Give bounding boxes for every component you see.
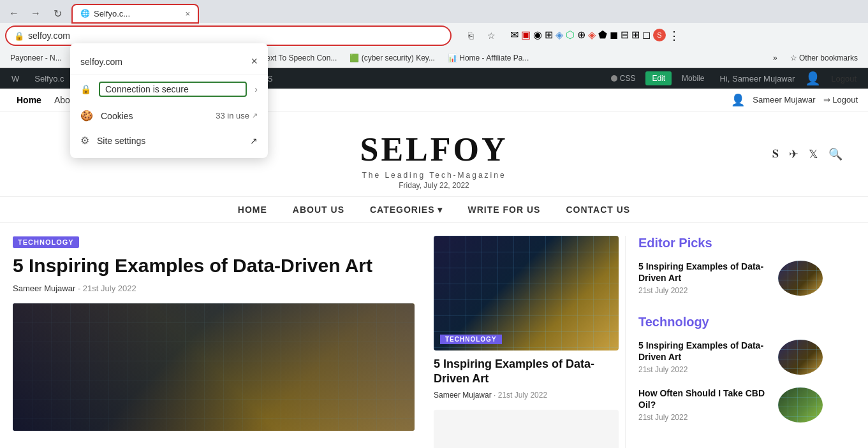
forward-button[interactable]: → — [27, 4, 45, 22]
wp-logout-link[interactable]: Logout — [826, 71, 862, 86]
sidebar-tech-thumb-2 — [778, 387, 823, 423]
sidebar-tech-item-1[interactable]: 5 Inspiring Examples of Data-Driven Art … — [638, 340, 823, 375]
sidebar-technology: Technology 5 Inspiring Examples of Data-… — [638, 315, 823, 423]
css-dot-icon — [611, 75, 617, 82]
article-image[interactable] — [13, 303, 415, 431]
back-button[interactable]: ← — [5, 4, 23, 22]
sidebar: Editor Picks 5 Inspiring Examples of Dat… — [625, 236, 823, 448]
website-content: SELFOY The Leading Tech-Magazine Friday,… — [0, 112, 868, 448]
twitter-icon[interactable]: 𝕏 — [809, 147, 818, 161]
thumb-tech-img-1 — [778, 340, 823, 375]
nav-home[interactable]: HOME — [238, 205, 267, 215]
search-icon[interactable]: 🔍 — [828, 147, 842, 161]
user-avatar-icon: 👤 — [731, 93, 745, 107]
sidebar-tech-item-2[interactable]: How Often Should I Take CBD Oil? 21st Ju… — [638, 387, 823, 423]
main-article: TECHNOLOGY 5 Inspiring Examples of Data-… — [13, 236, 427, 448]
sidebar-tech-text-1: 5 Inspiring Examples of Data-Driven Art … — [638, 340, 770, 374]
featured-image[interactable]: TECHNOLOGY — [434, 236, 619, 350]
bookmark-star-button[interactable]: ☆ — [482, 27, 500, 45]
popup-site-settings-item[interactable]: ⚙ Site settings ↗ — [70, 128, 268, 153]
sidebar-tech-date-1: 21st July 2022 — [638, 365, 770, 374]
secure-lock-icon: 🔒 — [80, 84, 91, 94]
refresh-button[interactable]: ↻ — [48, 4, 66, 22]
ext-icon-5[interactable]: ◈ — [555, 29, 563, 43]
ext-icon-11[interactable]: ⊟ — [621, 29, 629, 43]
share-button[interactable]: ⎗ — [462, 27, 480, 45]
ext-icon-6[interactable]: ⬡ — [566, 29, 575, 43]
nav-write-for-us[interactable]: WRITE FOR US — [468, 205, 541, 215]
article-author: Sameer Mujawar — [13, 284, 75, 293]
main-content-area: TECHNOLOGY 5 Inspiring Examples of Data-… — [0, 223, 868, 448]
nav-categories[interactable]: CATEGORIES ▾ — [370, 205, 443, 215]
wp-logo[interactable]: W — [6, 71, 24, 86]
nav-about-us[interactable]: ABOUT US — [293, 205, 344, 215]
sidebar-item-title-1: 5 Inspiring Examples of Data-Driven Art — [638, 261, 770, 284]
ext-icon-10[interactable]: ◼ — [610, 29, 618, 43]
tab-title: Selfyo.c... — [94, 9, 130, 18]
thumb-img-1 — [778, 261, 823, 296]
sidebar-item-date-1: 21st July 2022 — [638, 286, 770, 295]
nav-contact-us[interactable]: CONTACT US — [566, 205, 630, 215]
wp-edit-button[interactable]: Edit — [645, 71, 672, 85]
sidebar-technology-title: Technology — [638, 315, 823, 329]
featured-author: Sameer Mujawar — [434, 391, 492, 400]
secure-label-text: Connection is secure — [99, 82, 247, 97]
chrome-menu-icon[interactable]: ⋮ — [668, 29, 680, 43]
small-article-placeholder — [434, 410, 619, 448]
site-nav-home[interactable]: Home — [10, 92, 48, 108]
ext-icon-9[interactable]: ⬟ — [598, 29, 607, 43]
puzzle-ext-icon[interactable]: ⊞ — [631, 29, 640, 43]
tab-close-button[interactable]: × — [185, 9, 190, 18]
cookies-icon: 🍪 — [80, 110, 93, 122]
site-main-nav: HOME ABOUT US CATEGORIES ▾ WRITE FOR US … — [0, 196, 868, 223]
sidebar-tech-title-2: How Often Should I Take CBD Oil? — [638, 387, 770, 410]
bookmark-payoneer[interactable]: Payoneer - N... — [5, 52, 67, 64]
popup-close-button[interactable]: × — [251, 55, 258, 68]
cookies-label: Cookies — [101, 111, 208, 121]
chevron-down-icon: ▾ — [438, 205, 443, 215]
extension-icons: ✉ ▣ ◉ ⊞ ◈ ⬡ ⊕ ◈ ⬟ ◼ ⊟ ⊞ ◻ S ⋮ — [510, 29, 680, 43]
popup-url-display: selfoy.com × — [70, 48, 268, 75]
external-link-icon: ↗ — [252, 112, 258, 120]
bookmark-more[interactable]: » — [768, 52, 783, 64]
wp-user-avatar[interactable]: 👤 — [805, 71, 821, 86]
sidebar-item-text-1: 5 Inspiring Examples of Data-Driven Art … — [638, 261, 770, 295]
ext-icon-12[interactable]: ◻ — [642, 29, 651, 43]
sidebar-tech-text-2: How Often Should I Take CBD Oil? 21st Ju… — [638, 387, 770, 422]
site-nav-right: 👤 Sameer Mujawar ⇒ Logout — [731, 93, 858, 107]
featured-title: 5 Inspiring Examples of Data-Driven Art — [434, 357, 619, 387]
article-date: - 21st July 2022 — [78, 284, 136, 293]
bookmark-cybersec[interactable]: 🟩 (cyber security) Key... — [344, 52, 439, 64]
site-nav-logout[interactable]: ⇒ Logout — [823, 95, 858, 105]
gmail-ext-icon[interactable]: ✉ — [510, 29, 519, 43]
ext-icon-8[interactable]: ◈ — [588, 29, 596, 43]
site-settings-ext-icon: ↗ — [250, 136, 258, 146]
ext-icon-4[interactable]: ⊞ — [545, 29, 553, 43]
tab-bar: ← → ↻ 🌐 Selfyo.c... × — [0, 0, 868, 23]
active-tab[interactable]: 🌐 Selfyo.c... × — [71, 4, 199, 24]
sidebar-editor-item-1[interactable]: 5 Inspiring Examples of Data-Driven Art … — [638, 261, 823, 296]
popup-secure-item[interactable]: 🔒 Connection is secure › — [70, 75, 268, 103]
url-text: selfoy.com — [28, 31, 70, 41]
popup-cookies-item[interactable]: 🍪 Cookies 33 in use ↗ — [70, 103, 268, 128]
sidebar-item-thumb-1 — [778, 261, 823, 296]
chevron-right-icon: › — [254, 84, 258, 94]
featured-date: · 21st July 2022 — [494, 391, 547, 400]
lock-icon: 🔒 — [14, 31, 24, 41]
featured-category-badge: TECHNOLOGY — [440, 335, 502, 344]
telegram-icon[interactable]: ✈ — [789, 147, 798, 161]
skype-icon[interactable]: 𝐒 — [772, 147, 779, 161]
bookmark-others[interactable]: ☆ Other bookmarks — [785, 52, 863, 64]
wp-mobile-button[interactable]: Mobile — [677, 71, 709, 85]
nav-buttons: ← → ↻ — [5, 4, 66, 22]
ext-icon-3[interactable]: ◉ — [533, 29, 542, 43]
url-dropdown-popup: selfoy.com × 🔒 Connection is secure › 🍪 … — [70, 43, 268, 158]
bookmark-affiliate[interactable]: 📊 Home - Affiliate Pa... — [443, 52, 534, 64]
wp-site-name[interactable]: Selfyo.c — [29, 71, 69, 86]
wp-css-button[interactable]: CSS — [606, 71, 641, 85]
profile-icon[interactable]: S — [653, 29, 666, 41]
ext-icon-2[interactable]: ▣ — [521, 29, 531, 43]
sidebar-tech-thumb-1 — [778, 340, 823, 375]
ext-icon-7[interactable]: ⊕ — [577, 29, 585, 43]
popup-url-text: selfoy.com — [80, 57, 122, 67]
